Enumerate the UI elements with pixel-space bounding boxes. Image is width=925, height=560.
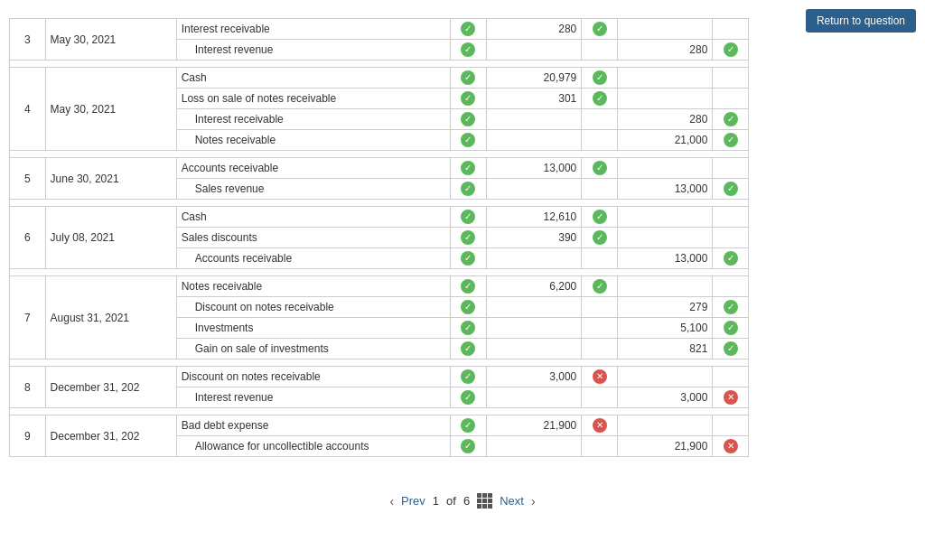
debit-amount: [486, 248, 582, 269]
journal-table: 3 May 30, 2021 Interest receivable ✓ 280…: [9, 18, 749, 457]
check-icon-green: ✓: [724, 341, 738, 356]
credit-check: ✕: [713, 387, 749, 408]
entry-number: 7: [10, 276, 46, 359]
prev-button[interactable]: Prev: [401, 494, 425, 508]
check-icon-green: ✓: [593, 210, 607, 224]
check-icon-green: ✓: [461, 230, 475, 245]
table-row: 4 May 30, 2021 Cash ✓ 20,979 ✓: [10, 68, 749, 89]
credit-amount: 3,000: [617, 387, 713, 408]
credit-amount: 279: [617, 297, 713, 318]
account-name: Interest revenue: [176, 387, 450, 408]
entry-number: 4: [10, 68, 46, 151]
pagination: ‹ Prev 1 of 6 Next ›: [0, 493, 925, 527]
debit-check: ✓: [582, 207, 618, 228]
table-row: 9 December 31, 202 Bad debt expense ✓ 21…: [10, 415, 749, 436]
debit-amount: [486, 436, 582, 457]
account-name: Allowance for uncollectible accounts: [176, 436, 450, 457]
account-name: Notes receivable: [176, 130, 450, 151]
check-icon-green: ✓: [461, 112, 475, 126]
account-check: ✓: [451, 367, 487, 387]
current-page: 1: [433, 494, 439, 508]
credit-check: [713, 19, 749, 40]
debit-check: ✓: [582, 276, 618, 297]
account-name: Interest receivable: [176, 19, 450, 40]
debit-amount: [486, 130, 582, 151]
prev-arrow-icon: ‹: [389, 494, 394, 509]
next-button[interactable]: Next: [500, 494, 524, 508]
account-check: ✓: [451, 339, 487, 359]
credit-check: [713, 68, 749, 89]
entry-date: August 31, 2021: [45, 276, 176, 359]
page-wrapper: Return to question 3 May 30, 2021 Intere…: [0, 9, 925, 560]
check-icon-green: ✓: [461, 182, 475, 196]
account-check: ✓: [451, 436, 487, 457]
check-icon-green: ✓: [593, 91, 607, 106]
total-pages: 6: [463, 494, 470, 508]
entry-number: 6: [10, 207, 46, 269]
check-icon-green: ✓: [724, 133, 738, 147]
account-check: ✓: [451, 276, 487, 297]
of-label: of: [446, 494, 456, 508]
debit-amount: [486, 297, 582, 318]
credit-check: [713, 207, 749, 228]
credit-amount: [617, 415, 713, 436]
account-check: ✓: [451, 248, 487, 269]
check-icon-green: ✓: [724, 42, 738, 57]
check-icon-green: ✓: [724, 112, 738, 126]
check-icon-green: ✓: [461, 161, 475, 175]
entry-number: 9: [10, 415, 46, 457]
check-icon-green: ✓: [461, 418, 475, 433]
credit-check: [713, 415, 749, 436]
account-name: Gain on sale of investments: [176, 339, 450, 359]
table-row: 7 August 31, 2021 Notes receivable ✓ 6,2…: [10, 276, 749, 297]
check-icon-green: ✓: [593, 230, 607, 245]
debit-check: [582, 179, 618, 200]
account-check: ✓: [451, 297, 487, 318]
credit-amount: [617, 19, 713, 40]
account-check: ✓: [451, 158, 487, 179]
entry-date: December 31, 202: [45, 367, 176, 408]
account-name: Interest revenue: [176, 40, 450, 61]
debit-check: [582, 40, 618, 61]
check-icon-green: ✓: [724, 182, 738, 196]
credit-amount: [617, 68, 713, 89]
entry-number: 5: [10, 158, 46, 200]
account-check: ✓: [451, 130, 487, 151]
credit-amount: [617, 228, 713, 248]
credit-amount: 280: [617, 109, 713, 130]
debit-check: ✓: [582, 19, 618, 40]
grid-view-icon[interactable]: [477, 493, 492, 509]
entry-number: 3: [10, 19, 46, 61]
credit-check: [713, 228, 749, 248]
check-icon-green: ✓: [593, 161, 607, 175]
account-name: Sales discounts: [176, 228, 450, 248]
debit-check: [582, 248, 618, 269]
return-to-question-button[interactable]: Return to question: [806, 9, 916, 33]
credit-amount: [617, 276, 713, 297]
credit-amount: [617, 89, 713, 109]
account-name: Sales revenue: [176, 179, 450, 200]
table-row: 8 December 31, 202 Discount on notes rec…: [10, 367, 749, 387]
debit-amount: [486, 339, 582, 359]
debit-amount: [486, 318, 582, 339]
account-check: ✓: [451, 318, 487, 339]
credit-amount: 13,000: [617, 248, 713, 269]
credit-check: ✓: [713, 297, 749, 318]
debit-amount: 301: [486, 89, 582, 109]
account-check: ✓: [451, 415, 487, 436]
spacer-row: [10, 61, 749, 68]
account-name: Accounts receivable: [176, 248, 450, 269]
check-icon-green: ✓: [461, 133, 475, 147]
check-icon-green: ✓: [461, 439, 475, 453]
next-arrow-icon: ›: [531, 494, 536, 509]
debit-check: ✕: [582, 367, 618, 387]
spacer-row: [10, 269, 749, 276]
account-name: Cash: [176, 68, 450, 89]
account-check: ✓: [451, 387, 487, 408]
debit-check: [582, 297, 618, 318]
debit-amount: [486, 109, 582, 130]
table-container: 3 May 30, 2021 Interest receivable ✓ 280…: [0, 9, 925, 466]
debit-check: ✕: [582, 415, 618, 436]
debit-amount: [486, 179, 582, 200]
entry-date: May 30, 2021: [45, 19, 176, 61]
